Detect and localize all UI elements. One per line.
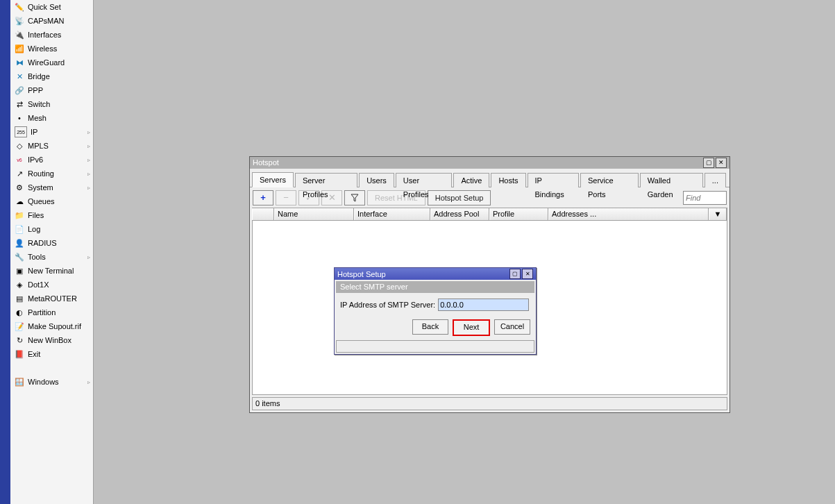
next-button[interactable]: Next [453,319,490,336]
sidebar-item-exit[interactable]: 📕Exit [10,347,93,361]
remove-button[interactable]: − [276,190,296,205]
switch-icon: ⇄ [15,99,24,109]
sidebar-item-mpls[interactable]: ◇MPLS▹ [10,139,93,153]
ipv6-icon: v6 [15,155,24,165]
sidebar-item-label: Mesh [28,114,90,122]
winbox-icon: ↻ [15,335,24,345]
tab-active[interactable]: Active [453,173,489,187]
tab-server-profiles[interactable]: Server Profiles [295,173,357,187]
column-address-pool[interactable]: Address Pool [430,208,489,220]
smtp-ip-input[interactable] [438,299,529,311]
window-restore-button[interactable]: ▢ [703,158,714,168]
sidebar-item-label: Files [28,211,90,219]
exit-icon: 📕 [15,349,24,359]
sidebar-item-windows[interactable]: 🪟Windows▹ [10,375,93,389]
sidebar-item-partition[interactable]: ◐Partition [10,305,93,319]
sidebar-item-ipv6[interactable]: v6IPv6▹ [10,153,93,167]
sidebar-item-tools[interactable]: 🔧Tools▹ [10,250,93,264]
tab-hosts[interactable]: Hosts [491,173,525,187]
window-titlebar[interactable]: Hotspot ▢ ✕ [250,157,729,169]
sidebar-item-label: Tools [28,253,87,261]
find-input[interactable] [683,191,727,205]
sidebar-item-quick-set[interactable]: ✏️Quick Set [10,0,93,14]
sidebar-item-bridge[interactable]: ✕Bridge [10,69,93,83]
chevron-right-icon: ▹ [87,254,90,260]
ip-icon: 255 [15,126,27,137]
column-interface[interactable]: Interface [354,208,430,220]
sidebar-item-mesh[interactable]: •Mesh [10,111,93,125]
left-accent-bar [0,0,10,504]
sidebar-item-ppp[interactable]: 🔗PPP [10,83,93,97]
sidebar-item-label: Wireless [28,44,90,53]
tab-users[interactable]: Users [359,173,394,187]
sidebar-item-new-winbox[interactable]: ↻New WinBox [10,333,93,347]
column-spacer[interactable] [252,208,274,220]
routing-icon: ↗ [15,169,24,178]
chevron-right-icon: ▹ [87,171,90,177]
system-icon: ⚙ [15,183,24,192]
tab-service-ports[interactable]: Service Ports [580,173,639,187]
back-button[interactable]: Back [412,319,448,335]
tab-ip-bindings[interactable]: IP Bindings [528,173,579,187]
sidebar-item-label: Log [28,225,90,233]
sidebar-item-capsman[interactable]: 📡CAPsMAN [10,14,93,28]
sidebar-item-label: Bridge [28,72,90,81]
dialog-titlebar[interactable]: Hotspot Setup ▢ ✕ [335,268,536,280]
hotspot-tabbar: Servers Server Profiles Users User Profi… [250,169,729,187]
sidebar-item-new-terminal[interactable]: ▣New Terminal [10,264,93,278]
sidebar-item-label: Interfaces [28,31,90,39]
sidebar-item-label: Make Supout.rif [28,322,90,330]
filter-button[interactable] [344,190,365,205]
tab-more[interactable]: ... [705,173,726,187]
sidebar-item-ip[interactable]: 255IP▹ [10,125,93,139]
sidebar-item-dot1x[interactable]: ◈Dot1X [10,278,93,292]
sidebar-item-label: Switch [28,100,90,108]
bridge-icon: ✕ [15,72,24,81]
sidebar-item-wireless[interactable]: 📶Wireless [10,42,93,56]
sidebar-item-label: System [28,183,87,192]
sidebar-item-metarouter[interactable]: ▤MetaROUTER [10,292,93,305]
dialog-title: Hotspot Setup [337,270,508,278]
tab-user-profiles[interactable]: User Profiles [396,173,453,187]
dialog-body: IP Address of SMTP Server: [335,294,536,315]
cancel-button[interactable]: Cancel [494,319,530,335]
tab-walled-garden[interactable]: Walled Garden [640,173,703,187]
partition-icon: ◐ [15,308,24,317]
sidebar-item-make-supout[interactable]: 📝Make Supout.rif [10,319,93,333]
sidebar-item-interfaces[interactable]: 🔌Interfaces [10,28,93,42]
mesh-icon: • [15,113,24,123]
column-profile[interactable]: Profile [489,208,548,220]
sidebar-item-label: CAPsMAN [28,17,90,25]
dialog-statusbar [336,340,534,353]
sidebar-item-routing[interactable]: ↗Routing▹ [10,167,93,180]
dialog-restore-button[interactable]: ▢ [509,269,521,279]
hotspot-table-header: Name Interface Address Pool Profile Addr… [252,208,727,221]
sidebar-item-files[interactable]: 📁Files [10,208,93,222]
chevron-right-icon: ▹ [87,157,90,163]
sidebar-item-label: RADIUS [28,239,90,247]
metarouter-icon: ▤ [15,294,24,303]
mdi-canvas: Hotspot ▢ ✕ Servers Server Profiles User… [94,0,835,504]
radius-icon: 👤 [15,238,24,248]
sidebar-item-system[interactable]: ⚙System▹ [10,180,93,194]
dialog-close-button[interactable]: ✕ [522,269,533,279]
pencil-icon: ✏️ [15,2,24,12]
queues-icon: ☁ [15,196,24,206]
column-name[interactable]: Name [274,208,354,220]
add-button[interactable]: + [253,190,273,205]
column-dropdown[interactable]: ▼ [709,208,727,220]
sidebar-item-log[interactable]: 📄Log [10,222,93,236]
tools-icon: 🔧 [15,252,24,262]
hotspot-status: 0 items [252,397,727,410]
sidebar-item-queues[interactable]: ☁Queues [10,194,93,208]
tab-servers[interactable]: Servers [252,172,294,187]
sidebar-item-switch[interactable]: ⇄Switch [10,97,93,111]
sidebar-item-label: Routing [28,169,87,178]
column-addresses[interactable]: Addresses ... [548,208,709,220]
window-close-button[interactable]: ✕ [716,158,727,168]
sidebar-item-radius[interactable]: 👤RADIUS [10,236,93,250]
chevron-right-icon: ▹ [87,143,90,149]
hotspot-setup-button[interactable]: Hotspot Setup [428,190,491,205]
sidebar-item-wireguard[interactable]: ⧓WireGuard [10,56,93,69]
sidebar-item-label: New Terminal [28,267,90,275]
